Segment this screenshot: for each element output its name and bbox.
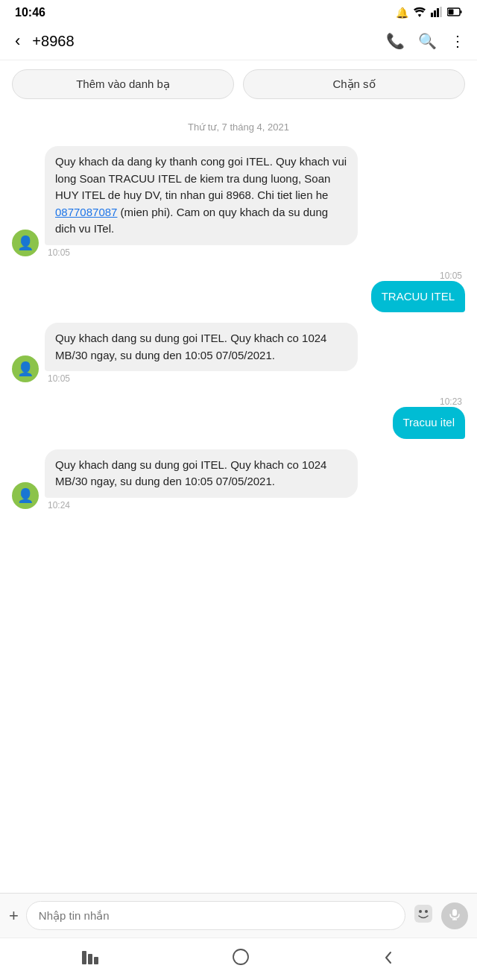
emoji-button[interactable] (413, 903, 434, 929)
message-row: 👤 Quy khach da dang ky thanh cong goi IT… (12, 146, 465, 258)
avatar: 👤 (12, 482, 39, 509)
bubble-wrapper: Quy khach dang su dung goi ITEL. Quy kha… (45, 449, 358, 510)
message-bubble: Tracuu itel (393, 407, 465, 439)
svg-rect-1 (434, 10, 436, 17)
signal-icon (431, 7, 443, 19)
add-attachment-button[interactable]: + (9, 906, 19, 926)
contact-number: +8968 (32, 33, 377, 50)
wifi-icon (413, 7, 426, 19)
svg-rect-14 (88, 954, 92, 964)
svg-rect-13 (82, 951, 86, 964)
svg-rect-0 (431, 13, 433, 17)
avatar-person-icon: 👤 (17, 235, 34, 251)
svg-point-9 (425, 910, 428, 913)
svg-rect-10 (452, 909, 457, 916)
svg-point-16 (233, 949, 248, 964)
avatar-person-icon: 👤 (17, 487, 34, 504)
microphone-icon (449, 908, 461, 923)
action-buttons-row: Thêm vào danh bạ Chặn số (0, 60, 477, 108)
svg-rect-3 (440, 7, 442, 17)
battery-icon (447, 7, 462, 19)
svg-rect-6 (449, 10, 454, 15)
message-time: 10:05 (437, 271, 465, 281)
svg-rect-2 (437, 8, 439, 17)
message-row: 10:05 TRACUU ITEL (12, 268, 465, 313)
block-number-button[interactable]: Chặn số (243, 69, 465, 99)
svg-rect-5 (461, 10, 462, 13)
chat-area: Thứ tư, 7 tháng 4, 2021 👤 Quy khach da d… (0, 108, 477, 893)
avatar: 👤 (12, 355, 39, 382)
message-row: 👤 Quy khach dang su dung goi ITEL. Quy k… (12, 323, 465, 384)
svg-point-8 (419, 910, 422, 913)
message-bubble: Quy khach dang su dung goi ITEL. Quy kha… (45, 323, 358, 371)
message-bubble: Quy khach dang su dung goi ITEL. Quy kha… (45, 449, 358, 498)
bubble-wrapper: 10:23 Tracuu itel (393, 394, 465, 439)
message-time: 10:05 (45, 247, 73, 258)
alarm-icon: 🔔 (396, 7, 408, 19)
message-time: 10:24 (45, 500, 73, 510)
svg-rect-15 (94, 957, 98, 964)
status-bar: 10:46 🔔 (0, 0, 477, 22)
nav-home-button[interactable] (218, 946, 264, 973)
message-input[interactable] (26, 901, 405, 930)
voice-input-button[interactable] (441, 902, 468, 929)
bubble-wrapper: Quy khach da dang ky thanh cong goi ITEL… (45, 146, 358, 258)
status-time: 10:46 (15, 6, 45, 19)
back-button[interactable]: ‹ (12, 28, 23, 54)
message-bubble: TRACUU ITEL (371, 281, 465, 313)
add-to-contacts-button[interactable]: Thêm vào danh bạ (12, 69, 234, 99)
date-separator: Thứ tư, 7 tháng 4, 2021 (12, 121, 465, 133)
avatar-person-icon: 👤 (17, 361, 34, 377)
input-bar: + (0, 893, 477, 938)
avatar: 👤 (12, 230, 39, 256)
search-icon[interactable]: 🔍 (418, 32, 437, 50)
nav-recents-button[interactable] (67, 946, 113, 972)
phone-icon[interactable]: 📞 (386, 32, 405, 50)
message-time: 10:05 (45, 373, 73, 384)
svg-rect-7 (414, 905, 432, 923)
header: ‹ +8968 📞 🔍 ⋮ (0, 22, 477, 60)
bubble-wrapper: Quy khach dang su dung goi ITEL. Quy kha… (45, 323, 358, 384)
header-actions: 📞 🔍 ⋮ (386, 32, 465, 50)
message-time: 10:23 (437, 396, 465, 407)
message-row: 10:23 Tracuu itel (12, 394, 465, 439)
more-options-icon[interactable]: ⋮ (450, 32, 465, 50)
bubble-wrapper: 10:05 TRACUU ITEL (371, 268, 465, 313)
message-row: 👤 Quy khach dang su dung goi ITEL. Quy k… (12, 449, 465, 510)
message-bubble: Quy khach da dang ky thanh cong goi ITEL… (45, 146, 358, 245)
nav-bar (0, 938, 477, 980)
phone-link[interactable]: 0877087087 (55, 206, 117, 218)
nav-back-button[interactable] (368, 946, 410, 972)
status-icons: 🔔 (396, 7, 462, 19)
